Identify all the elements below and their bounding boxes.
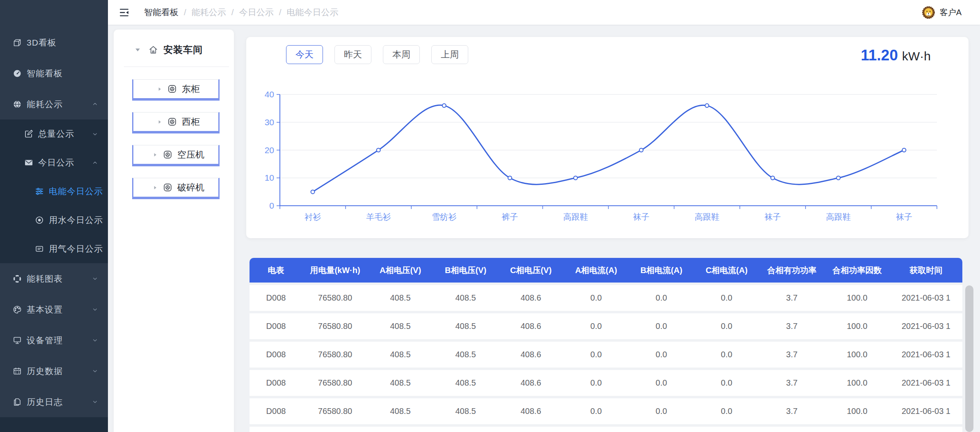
sidebar-item-总量公示[interactable]: 总量公示 <box>0 119 108 148</box>
chevron-up-icon <box>92 101 98 107</box>
table-cell: 3.7 <box>759 322 824 331</box>
table-cell: 3.7 <box>759 407 824 416</box>
meter-data-table: 电表用电量(kW·h)A相电压(V)B相电压(V)C相电压(V)A相电流(A)B… <box>250 258 962 432</box>
sidebar-item-label: 基本设置 <box>27 304 63 315</box>
lion-avatar <box>921 5 936 20</box>
table-row: D00876580.80408.5408.5408.60.00.00.03.71… <box>250 285 962 311</box>
table-row: D00876580.80408.5408.5408.60.00.00.03.71… <box>250 370 962 396</box>
sidebar-item-电能今日公示[interactable]: 电能今日公示 <box>0 177 108 206</box>
svg-text:雪纺衫: 雪纺衫 <box>432 212 456 221</box>
sidebar: 3D看板智能看板能耗公示总量公示今日公示电能今日公示用水今日公示用气今日公示能耗… <box>0 0 108 432</box>
table-cell: 408.5 <box>433 378 498 388</box>
meter-icon <box>167 117 177 127</box>
svg-text:高跟鞋: 高跟鞋 <box>826 212 851 221</box>
table-cell: D008 <box>250 350 302 359</box>
chevron-down-icon <box>92 399 98 405</box>
meter-icon <box>167 84 177 94</box>
table-cell: 408.6 <box>498 322 563 331</box>
breadcrumb: 智能看板/能耗公示/今日公示/电能今日公示 <box>144 7 339 18</box>
sidebar-item-label: 历史数据 <box>27 365 63 377</box>
table-cell: 408.6 <box>498 407 563 416</box>
table-cell: 408.6 <box>498 350 563 359</box>
table-cell: 76580.80 <box>302 407 368 416</box>
chevron-down-icon <box>92 276 98 282</box>
tree-item-东柜[interactable]: 东柜 <box>132 79 220 101</box>
table-cell: 0.0 <box>629 378 694 388</box>
sidebar-item-label: 设备管理 <box>27 335 63 346</box>
svg-text:0: 0 <box>269 201 274 210</box>
table-cell: 100.0 <box>824 293 890 303</box>
sidebar-item-label: 智能看板 <box>27 68 63 79</box>
tree-item-label: 空压机 <box>177 149 204 161</box>
meter-icon <box>163 182 173 193</box>
svg-text:高跟鞋: 高跟鞋 <box>563 212 588 221</box>
sidebar-item-label: 能耗图表 <box>27 273 63 285</box>
sidebar-item-历史日志[interactable]: 历史日志 <box>0 386 108 417</box>
table-cell: D008 <box>250 378 302 388</box>
caret-right-icon[interactable] <box>152 185 158 191</box>
table-cell: 0.0 <box>694 350 759 359</box>
chevron-up-icon <box>92 160 98 166</box>
table-cell: 3.7 <box>759 350 824 359</box>
radio-icon <box>34 215 44 225</box>
sidebar-item-今日公示[interactable]: 今日公示 <box>0 148 108 177</box>
table-cell: 0.0 <box>629 407 694 416</box>
sidebar-item-智能看板[interactable]: 智能看板 <box>0 58 108 89</box>
table-cell: 0.0 <box>563 293 629 303</box>
table-cell: 76580.80 <box>302 322 368 331</box>
caret-right-icon[interactable] <box>157 119 163 125</box>
sidebar-item-能耗公示[interactable]: 能耗公示 <box>0 89 108 119</box>
chart-card: 今天昨天本周上周 11.20 kW·h 010203040衬衫羊毛衫雪纺衫裤子高… <box>246 37 969 238</box>
sidebar-item-label: 历史日志 <box>27 396 63 408</box>
svg-text:羊毛衫: 羊毛衫 <box>366 212 391 221</box>
sidebar-item-3D看板[interactable]: 3D看板 <box>0 27 108 58</box>
table-cell: 100.0 <box>824 378 890 388</box>
table-cell: D008 <box>250 293 302 303</box>
caret-down-icon[interactable] <box>134 46 141 53</box>
sidebar-item-label: 今日公示 <box>38 157 74 168</box>
table-cell: 0.0 <box>694 322 759 331</box>
table-cell: 2021-06-03 1 <box>890 407 962 416</box>
breadcrumb-item[interactable]: 智能看板 <box>144 7 179 18</box>
chevron-down-icon <box>92 368 98 374</box>
sidebar-item-用水今日公示[interactable]: 用水今日公示 <box>0 206 108 234</box>
sidebar-item-能耗图表[interactable]: 能耗图表 <box>0 263 108 294</box>
table-row: D00876580.80408.5408.5408.60.00.00.03.71… <box>250 342 962 368</box>
table-cell: D008 <box>250 407 302 416</box>
mail-icon <box>24 158 34 168</box>
sidebar-item-label: 电能今日公示 <box>49 186 103 197</box>
table-header-cell: 电表 <box>250 265 302 276</box>
collapse-sidebar-icon[interactable] <box>118 7 130 18</box>
tree-item-label: 西柜 <box>182 116 200 128</box>
table-cell: 408.5 <box>368 322 433 331</box>
sidebar-item-用气今日公示[interactable]: 用气今日公示 <box>0 234 108 263</box>
svg-text:袜子: 袜子 <box>896 212 912 221</box>
sidebar-item-label: 用水今日公示 <box>49 214 103 226</box>
tree-root[interactable]: 安装车间 <box>114 30 234 56</box>
breadcrumb-item[interactable]: 能耗公示 <box>192 7 226 18</box>
tree-item-西柜[interactable]: 西柜 <box>132 112 220 133</box>
caret-right-icon[interactable] <box>157 86 163 92</box>
table-cell: 2021-06-03 1 <box>890 322 962 331</box>
sidebar-item-label: 用气今日公示 <box>49 243 103 255</box>
sliders-icon <box>34 186 44 196</box>
breadcrumb-item[interactable]: 今日公示 <box>239 7 274 18</box>
sidebar-item-设备管理[interactable]: 设备管理 <box>0 325 108 356</box>
table-cell: 100.0 <box>824 322 890 331</box>
edit-icon <box>24 129 34 139</box>
dashboard-icon <box>12 69 22 78</box>
breadcrumb-item[interactable]: 电能今日公示 <box>287 7 339 18</box>
caret-right-icon[interactable] <box>152 152 158 158</box>
tree-item-label: 东柜 <box>182 83 200 95</box>
tree-item-破碎机[interactable]: 破碎机 <box>132 178 220 199</box>
table-cell: 76580.80 <box>302 350 368 359</box>
table-row: D00876580.80408.5408.5408.60.00.00.03.71… <box>250 398 962 424</box>
sidebar-item-历史数据[interactable]: 历史数据 <box>0 356 108 386</box>
sidebar-item-基本设置[interactable]: 基本设置 <box>0 294 108 325</box>
table-header-cell: C相电压(V) <box>498 265 563 276</box>
user-menu[interactable]: 客户A <box>921 0 962 25</box>
tree-item-空压机[interactable]: 空压机 <box>132 145 220 166</box>
vertical-scrollbar[interactable] <box>965 285 973 432</box>
table-header-cell: B相电压(V) <box>433 265 498 276</box>
chevron-down-icon <box>92 131 98 137</box>
